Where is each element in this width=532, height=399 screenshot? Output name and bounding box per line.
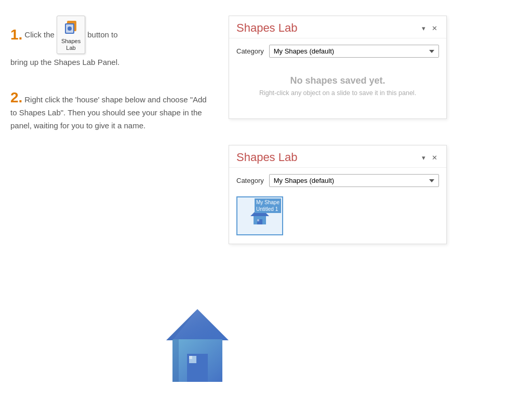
no-shapes-message: No shapes saved yet. Right-click any obj… bbox=[236, 65, 439, 112]
shapes-lab-button[interactable]: Shapes Lab bbox=[57, 16, 85, 54]
panel-1-close-button[interactable]: ✕ bbox=[430, 24, 439, 33]
step-2-text: Right click the 'house' shape below and … bbox=[10, 95, 207, 130]
shape-thumbnail-1[interactable]: My Shape Untitled 1 bbox=[236, 196, 283, 235]
shapes-panel-2: Shapes Lab ▾ ✕ Category My Shapes (defau… bbox=[229, 145, 447, 244]
step-2: 2. Right click the 'house' shape below a… bbox=[10, 89, 208, 132]
step-1-number: 1. bbox=[10, 26, 22, 43]
panel-1-title: Shapes Lab bbox=[236, 21, 297, 35]
panel-2-header: Shapes Lab ▾ ✕ bbox=[229, 145, 446, 168]
no-shapes-title: No shapes saved yet. bbox=[242, 75, 434, 86]
svg-rect-13 bbox=[189, 356, 192, 359]
shapes-panel-1: Shapes Lab ▾ ✕ Category My Shapes (defau… bbox=[229, 16, 447, 119]
svg-point-3 bbox=[68, 26, 72, 31]
panel-1-header: Shapes Lab ▾ ✕ bbox=[229, 16, 446, 38]
panel-2-body: Category My Shapes (default) bbox=[229, 168, 446, 244]
panel-2-category-label: Category bbox=[236, 177, 264, 184]
shape-name-label: My Shape Untitled 1 bbox=[255, 198, 281, 213]
panel-2-category-select[interactable]: My Shapes (default) bbox=[269, 174, 439, 187]
panel-2-category-row: Category My Shapes (default) bbox=[236, 174, 439, 187]
shapes-lab-button-label: Shapes Lab bbox=[61, 38, 81, 51]
panel-1-pin-button[interactable]: ▾ bbox=[420, 24, 427, 33]
step-1-text-after-inline: button to bbox=[87, 29, 117, 41]
panel-1-category-label: Category bbox=[236, 47, 264, 55]
panel-2-close-button[interactable]: ✕ bbox=[430, 153, 439, 162]
large-house-container[interactable] bbox=[161, 304, 234, 389]
step-2-number: 2. bbox=[10, 89, 22, 105]
step-1: 1. Click the bbox=[10, 16, 208, 69]
shapes-grid: My Shape Untitled 1 bbox=[236, 194, 439, 237]
no-shapes-subtitle: Right-click any object on a slide to sav… bbox=[242, 89, 434, 97]
step-1-text-before: Click the bbox=[24, 29, 55, 41]
shapes-lab-button-icon bbox=[62, 18, 81, 37]
step-1-text-continue: bring up the Shapes Lab Panel. bbox=[10, 58, 119, 66]
panel-1-category-select[interactable]: My Shapes (default) bbox=[269, 45, 439, 58]
panel-1-category-row: Category My Shapes (default) bbox=[236, 45, 439, 58]
svg-rect-7 bbox=[257, 219, 259, 221]
panel-1-body: Category My Shapes (default) No shapes s… bbox=[229, 38, 446, 118]
panel-2-pin-button[interactable]: ▾ bbox=[420, 153, 427, 162]
panel-2-title: Shapes Lab bbox=[236, 151, 297, 164]
panel-2-controls: ▾ ✕ bbox=[420, 153, 439, 162]
panel-1-controls: ▾ ✕ bbox=[420, 24, 439, 33]
svg-rect-14 bbox=[172, 339, 179, 382]
